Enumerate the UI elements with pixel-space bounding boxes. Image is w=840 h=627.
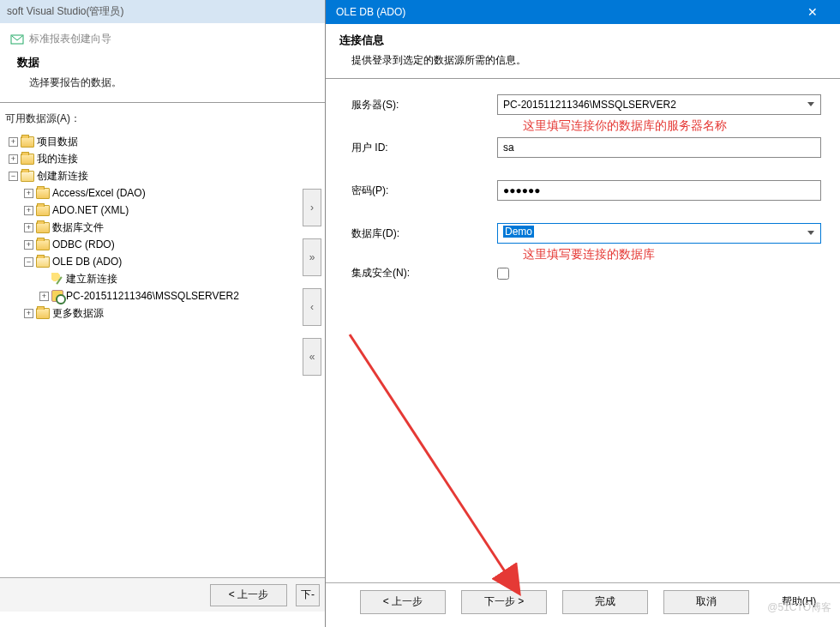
tree-label-text: ODBC (RDO) — [52, 236, 115, 253]
next-button-partial[interactable]: 下- — [296, 584, 320, 606]
row-user: 用户 ID: — [351, 137, 821, 158]
label-user: 用户 ID: — [351, 141, 497, 155]
dlg-finish-button[interactable]: 完成 — [562, 590, 648, 614]
wizard-title: 标准报表创建向导 — [29, 32, 111, 46]
label-database: 数据库(D): — [351, 226, 497, 241]
row-server: 服务器(S): 这里填写连接你的数据库的服务器名称 — [351, 94, 821, 115]
hint-database: 这里填写要连接的数据库 — [523, 247, 655, 262]
password-input[interactable] — [497, 180, 821, 201]
tree-label-text: 数据库文件 — [52, 219, 104, 236]
tree-label-text: 建立新连接 — [66, 270, 117, 287]
dialog-title: OLE DB (ADO) — [336, 6, 405, 18]
move-all-left-button[interactable]: « — [303, 338, 321, 376]
folder-icon — [36, 222, 50, 233]
expand-icon[interactable]: + — [9, 154, 18, 164]
tree-label: 可用数据源(A)： — [0, 103, 325, 131]
tree-node-dbfile[interactable]: +数据库文件 — [24, 219, 321, 236]
dialog-header: 连接信息 提供登录到选定的数据源所需的信息。 — [326, 24, 840, 71]
tree-label-text: ADO.NET (XML) — [52, 202, 129, 219]
tree-label-text: 创建新连接 — [37, 167, 88, 184]
tree-label-text: 更多数据源 — [52, 304, 104, 322]
folder-open-icon — [36, 256, 50, 268]
dialog-titlebar[interactable]: OLE DB (ADO) ✕ — [326, 0, 840, 24]
tree-node-newlink[interactable]: 建立新连接 — [39, 270, 321, 287]
folder-icon — [36, 308, 50, 319]
tree-node-access[interactable]: +Access/Excel (DAO) — [24, 184, 321, 202]
row-password: 密码(P): — [351, 180, 821, 201]
vs-titlebar: soft Visual Studio(管理员) — [0, 0, 325, 23]
server-icon — [51, 290, 63, 302]
prev-button[interactable]: < 上一步 — [210, 584, 287, 606]
folder-open-icon — [21, 171, 34, 182]
expand-icon[interactable]: + — [24, 240, 33, 250]
database-combo[interactable]: Demo — [497, 223, 821, 244]
nav-arrows: › » ‹ « — [303, 189, 321, 376]
watermark: @51CTO博客 — [767, 600, 831, 615]
connection-form: 服务器(S): 这里填写连接你的数据库的服务器名称 用户 ID: 密码(P): … — [326, 79, 840, 280]
folder-icon — [21, 154, 34, 165]
dlg-prev-button[interactable]: < 上一步 — [360, 590, 446, 614]
tree-node-myconn[interactable]: +我的连接 — [9, 150, 321, 167]
tree-label-text: Access/Excel (DAO) — [52, 184, 146, 202]
dialog-heading: 连接信息 — [339, 33, 826, 48]
wizard-window: soft Visual Studio(管理员) 标准报表创建向导 数据 选择要报… — [0, 0, 326, 627]
tree-label-text: 项目数据 — [37, 133, 78, 150]
row-integrated: 集成安全(N): — [351, 266, 821, 280]
collapse-icon[interactable]: − — [9, 172, 18, 181]
row-database: 数据库(D): Demo 这里填写要连接的数据库 — [351, 223, 821, 244]
expand-icon[interactable]: + — [24, 223, 33, 232]
wizard-buttons: < 上一步 下- — [0, 577, 325, 612]
folder-icon — [36, 239, 50, 250]
server-combo[interactable] — [497, 94, 821, 115]
wizard-section: 数据 — [17, 55, 308, 70]
label-password: 密码(P): — [351, 184, 497, 198]
oledb-dialog: OLE DB (ADO) ✕ 连接信息 提供登录到选定的数据源所需的信息。 服务… — [326, 0, 840, 627]
dialog-buttons: < 上一步 下一步 > 完成 取消 帮助(H) — [326, 582, 840, 620]
label-server: 服务器(S): — [351, 98, 497, 112]
expand-icon[interactable]: + — [24, 309, 33, 318]
tree-node-adonet[interactable]: +ADO.NET (XML) — [24, 202, 321, 219]
tree-label-text: PC-201511211346\MSSQLSERVER2 — [66, 287, 239, 304]
expand-icon[interactable]: + — [24, 206, 33, 215]
move-left-button[interactable]: ‹ — [303, 288, 321, 326]
tree-node-server[interactable]: +PC-201511211346\MSSQLSERVER2 — [39, 287, 321, 304]
dialog-desc: 提供登录到选定的数据源所需的信息。 — [351, 53, 826, 68]
folder-icon — [36, 188, 50, 199]
wizard-header: 标准报表创建向导 — [0, 23, 325, 50]
tree-label-text: OLE DB (ADO) — [52, 253, 122, 270]
wizard-subheader: 数据 选择要报告的数据。 — [0, 50, 325, 92]
datasource-tree[interactable]: +项目数据 +我的连接 −创建新连接 +Access/Excel (DAO) +… — [0, 131, 325, 325]
tree-node-odbc[interactable]: +ODBC (RDO) — [24, 236, 321, 253]
dlg-next-button[interactable]: 下一步 > — [461, 590, 547, 614]
move-right-button[interactable]: › — [303, 189, 321, 226]
wizard-icon — [10, 33, 24, 46]
tree-label-text: 我的连接 — [37, 150, 78, 167]
expand-icon[interactable]: + — [24, 189, 33, 198]
folder-icon — [21, 136, 34, 148]
expand-icon[interactable]: + — [39, 292, 49, 301]
tree-node-project[interactable]: +项目数据 — [9, 133, 321, 150]
dlg-cancel-button[interactable]: 取消 — [663, 590, 749, 614]
integrated-checkbox[interactable] — [497, 268, 509, 280]
close-icon[interactable]: ✕ — [795, 5, 830, 19]
move-all-right-button[interactable]: » — [303, 238, 321, 276]
wizard-desc: 选择要报告的数据。 — [29, 75, 308, 90]
label-integrated: 集成安全(N): — [351, 266, 497, 280]
hint-server: 这里填写连接你的数据库的服务器名称 — [523, 118, 727, 134]
collapse-icon[interactable]: − — [24, 257, 33, 267]
wand-icon — [51, 273, 63, 285]
folder-icon — [36, 205, 50, 216]
tree-node-more[interactable]: +更多数据源 — [24, 304, 321, 322]
database-selected: Demo — [503, 226, 534, 238]
tree-node-newconn[interactable]: −创建新连接 — [9, 167, 321, 184]
tree-node-oledb[interactable]: −OLE DB (ADO) — [24, 253, 321, 270]
expand-icon[interactable]: + — [9, 137, 18, 147]
user-input[interactable] — [497, 137, 821, 158]
